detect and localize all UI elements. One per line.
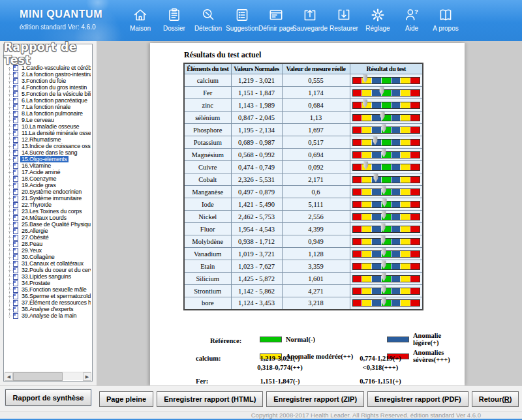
toolbar-item-a-propos[interactable]: A propos [429,6,463,32]
tree-item[interactable]: 1.Cardio-vasculaire et cérébro-vas [6,65,91,71]
clipboard-icon [166,6,183,23]
tree-item[interactable]: 38.Analyse d'experts [6,306,91,312]
tree-connector [8,270,12,271]
tree-item[interactable]: 29.Yeux [6,247,91,254]
tree-item[interactable]: 7.La fonction rénale [6,104,91,110]
normal-range-cell: 1,195 - 2,134 [231,124,282,136]
tree-horizontal-scrollbar[interactable]: ◀ ▶ [5,372,91,380]
tree-item[interactable]: 31.Canaux et collatéraux [6,260,91,267]
retour-r-button[interactable]: Retour(R) [472,391,519,407]
bar-segment [362,177,371,183]
scroll-left-arrow-icon[interactable]: ◀ [5,372,13,381]
toolbar-item-definir-page[interactable]: Définir page [259,6,293,32]
document-icon [13,235,18,241]
bar-segment [410,78,420,83]
tree-item[interactable]: 6.La fonction pancréatique [6,97,91,104]
page-setup-icon [268,6,284,23]
tree-item[interactable]: 32.Pouls du coeur et du cerveau [6,267,91,273]
toolbar-item-detection[interactable]: Détection [191,6,225,32]
toolbar-item-sauvegarde[interactable]: Sauvegarde [293,6,327,32]
tree-item[interactable]: 37.Élément de ressources humaine [6,299,91,306]
toolbar-menu: MaisonDossierDétectionSuggestionDéfinir … [123,6,463,32]
normal-range-cell: 1,142 - 5,862 [231,285,282,297]
measured-value-cell: 2,171 [282,173,350,186]
bar-segment [372,276,381,282]
bar-segment [410,214,420,220]
tree-item[interactable]: 25.Base de Qualité Physique [6,221,91,228]
element-cell: Nickel [184,211,231,223]
measured-value-cell: 1,697 [282,124,350,136]
toolbar-item-maison[interactable]: Maison [123,6,157,32]
tree-item[interactable]: 30.Collagène [6,254,91,260]
tree-item[interactable]: 13.Indice de croissance osseuse [6,143,91,149]
tree-item[interactable]: 36.Sperme et spermatozoïdes [6,293,91,299]
tree-item[interactable]: 26.Allergie [6,228,91,234]
result-bar [352,102,420,109]
tree-connector [8,107,12,108]
tree-item[interactable]: 22.Thyroïde [6,202,91,208]
tree-item[interactable]: 16.Vitamine [6,162,91,169]
bar-segment [392,164,401,170]
synthesis-report-button[interactable]: Rapport de synthèse [5,389,91,406]
tree-item[interactable]: 23.Les Toxines du corps [6,208,91,215]
tree-item[interactable]: 24.Métaux Lourds [6,215,91,221]
tree-item[interactable]: 9.Le cerveau [6,117,91,123]
document-icon [13,157,18,162]
tree-item[interactable]: 35.Fonction sexuelle mâle [6,286,91,293]
tree-item-label: 32.Pouls du coeur et du cerveau [20,267,91,273]
toolbar-item-dossier[interactable]: Dossier [157,6,191,32]
tree-item[interactable]: 8.La fonction pulmonaire [6,110,91,117]
document-icon [13,215,18,221]
reference-row: Fer:1,151-1,847(-)0,716-1,151(+) [188,378,442,385]
tree-item[interactable]: 4.Fonction du gros intestin [6,84,91,91]
tree-item[interactable]: 33.Lipides sanguins [6,273,91,280]
bar-segment [353,214,362,220]
tree-item[interactable]: 34.Prostate [6,280,91,286]
tree-item[interactable]: 20.Système endocrinien [6,188,91,195]
result-cell [350,87,423,99]
result-bar [352,250,420,258]
tree-item[interactable]: 12.Rhumatisme [6,136,91,143]
enregistrer-rapport-zip-button[interactable]: Enregistrer rapport (ZIP) [266,391,364,407]
element-cell: Molybdène [184,235,231,248]
toolbar-item-aide[interactable]: ?Aide [395,6,429,32]
scrollbar-thumb[interactable] [13,372,63,381]
tree-item[interactable]: 3.Fonction du foie [6,78,91,84]
tree-item[interactable]: 19.Acide gras [6,182,91,188]
reference-range-value: 1,151-1,847(-) [228,378,331,385]
page-pleine-button[interactable]: Page pleine [99,391,153,407]
tree-item[interactable]: 10.La maladie osseuse [6,123,91,130]
toolbar-item-suggestion[interactable]: Suggestion [225,6,259,32]
tree-connector [8,231,12,232]
tree-item[interactable]: 18.Coenzyme [6,175,91,182]
enregistrer-rapport-pdf-button[interactable]: Enregistrer rapport (PDF) [367,391,468,407]
bar-segment [401,127,410,133]
document-icon [13,293,18,299]
tree-item[interactable]: 5.Fonction de la vésicule biliaire [6,91,91,97]
list-icon [234,6,251,23]
toolbar-item-reglage[interactable]: Réglage [361,6,395,32]
document-icon [13,300,18,306]
tree-item[interactable]: 17.Acide aminé [6,169,91,175]
legend-color-swatch [260,337,282,342]
tree-item-label: 39.Analyse de la main [20,312,78,319]
tree-item[interactable]: 28.Peau [6,241,91,247]
bar-segment [362,189,371,195]
toolbar-item-restaurer[interactable]: Restaurer [327,6,361,32]
report-actions: Page pleineEnregistrer rapport (HTML)Enr… [99,391,519,407]
tree-item[interactable]: 27.Obésité [6,234,91,241]
scroll-right-arrow-icon[interactable]: ▶ [83,372,91,381]
tree-item-selected[interactable]: 15.Oligo-éléments [6,156,91,162]
enregistrer-rapport-html-button[interactable]: Enregistrer rapport (HTML) [157,391,263,407]
document-icon [13,241,18,247]
result-bar [352,176,420,183]
bar-segment [353,164,362,170]
measured-value-cell: 1,13 [282,112,350,124]
tree-item[interactable]: 39.Analyse de la main [6,312,91,319]
report-viewer: Résultats du test actuel Éléments du tes… [97,41,522,385]
tree-item[interactable]: 11.La densité minérale osseuse [6,130,91,136]
bar-segment [410,202,420,207]
tree-item[interactable]: 21.Système immunitaire [6,195,91,202]
tree-item[interactable]: 2.La fonction gastro-intestinale [6,71,91,78]
tree-item[interactable]: 14.Sucre dans le sang [6,149,91,156]
